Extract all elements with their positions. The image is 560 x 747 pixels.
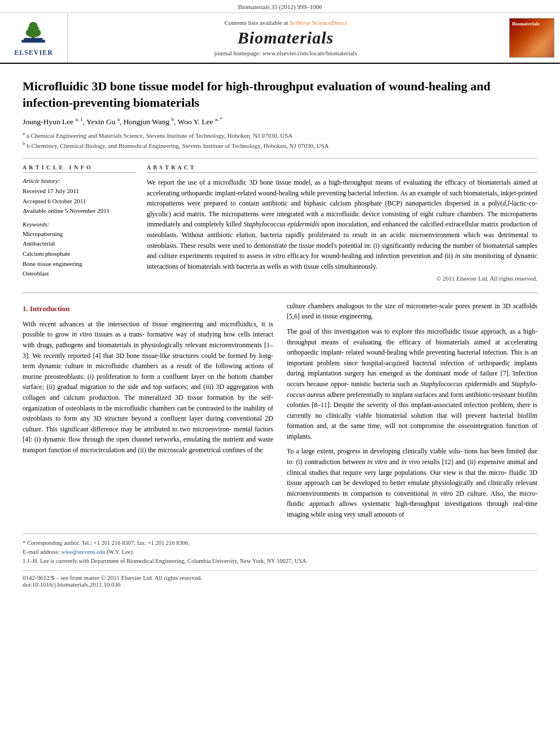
history-label: Article history: <box>23 177 135 184</box>
body-col-right: culture chambers analogous to the size o… <box>287 301 537 525</box>
footer-doi-text: doi:10.1016/j.biomaterials.2011.10.036 <box>23 581 537 588</box>
keyword-3: Calcium phosphate <box>23 249 135 259</box>
journal-header: ELSEVIER Contents lists available at Sci… <box>0 13 560 64</box>
email-link[interactable]: wlee@stevens.edu <box>61 549 105 555</box>
date-available: Available online 5 November 2011 <box>23 206 135 216</box>
intro-heading: 1. Introduction <box>23 303 273 314</box>
abstract-section-label: A B S T R A C T <box>147 164 537 173</box>
footnote-1: 1 J.-H. Lee is currently with Department… <box>23 557 537 566</box>
svg-rect-5 <box>24 38 43 40</box>
footnotes: * Corresponding author. Tel.: +1 201 216… <box>23 534 537 566</box>
keyword-1: Micropatterning <box>23 229 135 239</box>
sciverse-link: Contents lists available at SciVerse Sci… <box>225 19 347 26</box>
article-history: Article history: Received 17 July 2011 A… <box>23 177 135 216</box>
elsevier-logo: ELSEVIER <box>14 19 53 57</box>
info-abstract-section: A R T I C L E I N F O Article history: R… <box>23 164 537 283</box>
date-received: Received 17 July 2011 <box>23 186 135 196</box>
keyword-4: Bone tissue engineering <box>23 259 135 269</box>
footnote-corresponding: * Corresponding author. Tel.: +1 201 216… <box>23 539 537 548</box>
body-col-left: 1. Introduction With recent advances at … <box>23 301 273 525</box>
journal-name-area: Contents lists available at SciVerse Sci… <box>68 13 504 63</box>
keyword-5: Osteoblast <box>23 269 135 279</box>
affiliation-b: b b Chemistry, Chemical Biology, and Bio… <box>23 140 537 150</box>
body-para-right-3: To a large extent, progress in developin… <box>287 446 537 519</box>
intro-para-1: With recent advances at the intersection… <box>23 319 273 456</box>
article-info-label: A R T I C L E I N F O <box>23 164 135 173</box>
date-accepted: Accepted 6 October 2011 <box>23 196 135 207</box>
svg-point-4 <box>29 22 38 29</box>
elsevier-tree-icon <box>19 19 47 47</box>
keyword-2: Antibacterial <box>23 239 135 249</box>
article-content: Microfluidic 3D bone tissue model for hi… <box>0 64 560 599</box>
body-two-col: 1. Introduction With recent advances at … <box>23 301 537 525</box>
biomaterials-logo: Biomaterials <box>509 18 554 58</box>
abstract-col: A B S T R A C T We report the use of a m… <box>147 164 537 283</box>
affiliations: a a Chemical Engineering and Materials S… <box>23 130 537 150</box>
footnote-email: E-mail address: wlee@stevens.edu (W.Y. L… <box>23 548 537 557</box>
footer-doi: 0142-9612/$ – see front matter © 2011 El… <box>23 570 537 588</box>
keywords-group: Keywords: Micropatterning Antibacterial … <box>23 221 135 279</box>
article-title: Microfluidic 3D bone tissue model for hi… <box>23 78 537 111</box>
affiliation-a: a a Chemical Engineering and Materials S… <box>23 130 537 140</box>
biomaterials-logo-area: Biomaterials <box>504 13 560 63</box>
journal-name: Biomaterials <box>238 28 334 47</box>
body-para-right-2: The goal of this investigation was to ex… <box>287 326 537 442</box>
article-info-col: A R T I C L E I N F O Article history: R… <box>23 164 135 283</box>
journal-meta-line: Biomaterials 33 (2012) 999–1006 <box>0 0 560 13</box>
keywords-label: Keywords: <box>23 221 135 228</box>
body-para-right-1: culture chambers analogous to the size o… <box>287 301 537 322</box>
body-section: 1. Introduction With recent advances at … <box>23 292 537 525</box>
divider-1 <box>23 158 537 159</box>
footer-issn: 0142-9612/$ – see front matter © 2011 El… <box>23 574 537 581</box>
and-text: and <box>433 252 443 260</box>
journal-homepage: journal homepage: www.elsevier.com/locat… <box>215 50 357 56</box>
copyright-line: © 2011 Elsevier Ltd. All rights reserved… <box>147 275 537 282</box>
elsevier-logo-area: ELSEVIER <box>0 13 68 63</box>
authors-line: Joung-Hyun Lee a, 1, Yexin Gu a, Hongjun… <box>23 116 537 126</box>
abstract-text: We report the use of a microfluidic 3D b… <box>147 177 537 272</box>
